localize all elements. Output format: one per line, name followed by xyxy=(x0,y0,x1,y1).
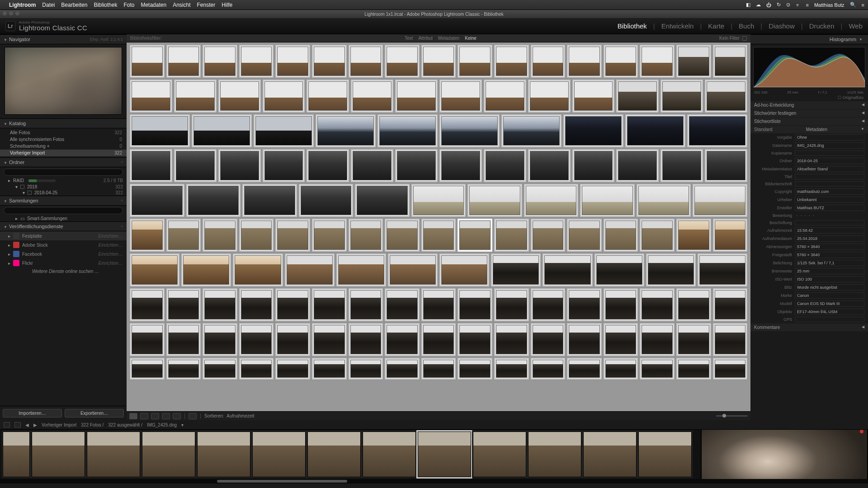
grid-cell[interactable] xyxy=(625,114,686,148)
grid-cell[interactable] xyxy=(239,218,274,252)
grid-cell[interactable] xyxy=(439,114,500,148)
metadata-field[interactable]: DateinameIMG_2425.dng xyxy=(750,141,868,150)
grid-cell[interactable] xyxy=(384,44,420,78)
grid-cell[interactable] xyxy=(166,288,202,322)
grid-cell[interactable] xyxy=(348,288,384,322)
metadata-field[interactable]: Bewertung· · · · · xyxy=(750,212,868,219)
loupe-view-icon[interactable] xyxy=(140,413,148,419)
metadata-field[interactable]: Brennweite25 mm xyxy=(750,267,868,275)
grid-cell[interactable] xyxy=(354,183,410,217)
grid-cell[interactable] xyxy=(530,288,566,322)
keywords-section[interactable]: Stichwörter festlegen◀ xyxy=(750,109,868,117)
module-diashow[interactable]: Diashow xyxy=(769,22,795,30)
grid-cell[interactable] xyxy=(202,44,238,78)
grid-cell[interactable] xyxy=(239,323,274,357)
grid-cell[interactable] xyxy=(687,114,748,148)
menu-hilfe[interactable]: Hilfe xyxy=(222,2,232,8)
grid-cell[interactable] xyxy=(129,79,173,113)
grid-cell[interactable] xyxy=(566,323,602,357)
grid-cell[interactable] xyxy=(530,323,566,357)
filter-text[interactable]: Text xyxy=(405,36,413,41)
grid-cell[interactable] xyxy=(384,357,420,380)
traffic-lights[interactable] xyxy=(3,11,19,15)
grid-cell[interactable] xyxy=(467,183,523,217)
grid-cell[interactable] xyxy=(483,79,527,113)
grid-cell[interactable] xyxy=(384,218,420,252)
metadata-field[interactable]: GPS xyxy=(750,316,868,323)
module-bibliothek[interactable]: Bibliothek xyxy=(618,22,647,30)
grid-cell[interactable] xyxy=(348,44,384,78)
module-karte[interactable]: Karte xyxy=(708,22,724,30)
grid-cell[interactable] xyxy=(421,323,457,357)
sort-value[interactable]: Aufnahmezeit xyxy=(226,413,254,418)
folders-header[interactable]: ▼Ordner+ xyxy=(0,157,127,167)
grid-cell[interactable] xyxy=(439,149,482,183)
filmstrip-thumb[interactable] xyxy=(142,432,195,477)
grid-cell[interactable] xyxy=(524,183,579,217)
grid-cell[interactable] xyxy=(262,79,306,113)
grid-cell[interactable] xyxy=(530,357,566,380)
grid-cell[interactable] xyxy=(129,357,165,380)
grid-cell[interactable] xyxy=(298,183,354,217)
module-web[interactable]: Web xyxy=(849,22,863,30)
metadata-field[interactable]: Freigestellt5760 × 3840 xyxy=(750,251,868,259)
grid-cell[interactable] xyxy=(275,357,311,380)
menu-ansicht[interactable]: Ansicht xyxy=(173,2,190,8)
grid-cell[interactable] xyxy=(542,253,593,287)
grid-cell[interactable] xyxy=(494,357,529,380)
menubar-icon[interactable]: ≡ xyxy=(862,2,864,8)
navigator-header[interactable]: ▼Navigator Einp. Ausf. 1:1 4:1 xyxy=(0,34,127,44)
metadata-field[interactable]: Aufnahmezeit15:58:42 xyxy=(750,226,868,235)
second-monitor-2-icon[interactable] xyxy=(14,422,21,427)
grid-cell[interactable] xyxy=(186,183,241,217)
grid-cell[interactable] xyxy=(166,218,202,252)
grid-cell[interactable] xyxy=(275,44,311,78)
grid-cell[interactable] xyxy=(457,357,493,380)
grid-cell[interactable] xyxy=(676,288,712,322)
grid-cell[interactable] xyxy=(336,253,387,287)
grid-cell[interactable] xyxy=(387,253,438,287)
keywordlist-section[interactable]: Stichwortliste◀ xyxy=(750,117,868,125)
grid-cell[interactable] xyxy=(306,149,349,183)
filter-none[interactable]: Keine xyxy=(465,36,476,41)
module-drucken[interactable]: Drucken xyxy=(809,22,835,30)
grid-cell[interactable] xyxy=(616,79,659,113)
publish-service-row[interactable]: ▸FacebookEinrichten… xyxy=(0,249,127,258)
histogram[interactable] xyxy=(753,47,865,88)
status-icon[interactable]: ☁ xyxy=(756,2,761,8)
grid-cell[interactable] xyxy=(572,79,615,113)
grid-cell[interactable] xyxy=(639,288,675,322)
metadata-field[interactable]: UrheberUnbekannt xyxy=(750,196,868,204)
grid-cell[interactable] xyxy=(218,149,261,183)
folder-tree-row[interactable]: ▾2018322 xyxy=(0,184,127,190)
metadata-field[interactable]: ObjektivEF17-40mm f/4L USM xyxy=(750,308,868,316)
filmstrip-thumb[interactable] xyxy=(307,432,361,477)
grid-cell[interactable] xyxy=(181,253,231,287)
grid-cell[interactable] xyxy=(704,79,748,113)
grid-cell[interactable] xyxy=(129,288,165,322)
export-button[interactable]: Exportieren… xyxy=(65,409,124,418)
grid-cell[interactable] xyxy=(594,253,645,287)
collections-search[interactable] xyxy=(4,207,123,214)
app-menu[interactable]: Lightroom xyxy=(9,2,36,8)
grid-cell[interactable] xyxy=(239,288,274,322)
filter-attribute[interactable]: Attribut xyxy=(418,36,433,41)
grid-cell[interactable] xyxy=(457,218,493,252)
filmstrip-thumb[interactable] xyxy=(528,432,581,477)
grid-cell[interactable] xyxy=(202,288,238,322)
second-monitor-icon[interactable] xyxy=(4,422,10,427)
grid-cell[interactable] xyxy=(384,288,420,322)
quickdev-section[interactable]: Ad-hoc-Entwicklung◀ xyxy=(750,101,868,109)
grid-cell[interactable] xyxy=(253,114,314,148)
grid-cell[interactable] xyxy=(563,114,624,148)
grid-cell[interactable] xyxy=(457,323,493,357)
grid-cell[interactable] xyxy=(218,79,261,113)
grid-cell[interactable] xyxy=(639,218,675,252)
grid-cell[interactable] xyxy=(350,79,394,113)
grid-cell[interactable] xyxy=(166,323,202,357)
grid-cell[interactable] xyxy=(421,288,457,322)
metadata-field[interactable]: Kopiename xyxy=(750,150,868,157)
grid-cell[interactable] xyxy=(174,79,217,113)
filmstrip-thumb[interactable] xyxy=(197,432,250,477)
filmstrip-thumb[interactable] xyxy=(473,432,526,477)
